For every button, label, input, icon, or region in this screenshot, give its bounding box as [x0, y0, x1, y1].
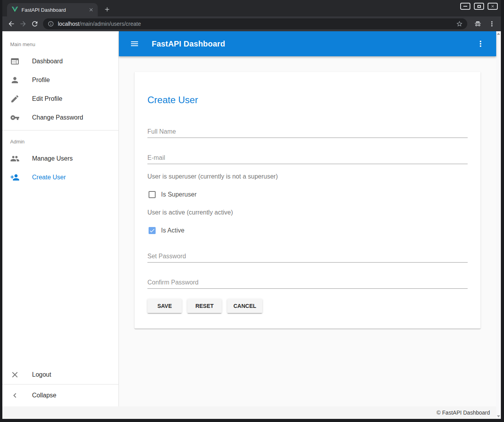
tab-close-icon[interactable]	[88, 6, 95, 13]
form-actions: SAVE RESET CANCEL	[147, 299, 468, 313]
chevron-left-icon	[10, 391, 20, 400]
new-tab-button[interactable]	[102, 4, 113, 15]
checkbox-label: Is Active	[161, 227, 185, 234]
dashboard-icon	[10, 57, 20, 66]
sidebar-item-change-password[interactable]: Change Password	[2, 108, 118, 127]
sidebar-item-manage-users[interactable]: Manage Users	[2, 149, 118, 168]
is-superuser-checkbox-row[interactable]: Is Superuser	[147, 190, 468, 199]
save-button[interactable]: SAVE	[147, 299, 182, 313]
sidebar-item-label: Profile	[32, 77, 50, 84]
kebab-menu-icon[interactable]	[486, 18, 498, 30]
sidebar-item-label: Logout	[32, 371, 51, 378]
footer: © FastAPI Dashboard	[2, 406, 496, 419]
create-user-card: Create User User is superuser (currently…	[135, 72, 481, 329]
browser-window: FastAPI Dashboard	[2, 0, 501, 419]
sidebar-bottom: Logout Collapse	[2, 365, 118, 406]
incognito-icon	[472, 18, 484, 30]
key-icon	[10, 113, 20, 122]
address-bar[interactable]: localhost/main/admin/users/create	[43, 18, 467, 29]
checkbox-label: Is Superuser	[161, 191, 197, 198]
page: Main menu Dashboard Profile	[2, 31, 501, 419]
vue-logo-icon	[12, 7, 18, 13]
sidebar-section-header: Admin	[2, 134, 118, 149]
maximize-icon[interactable]	[474, 3, 484, 10]
content: Create User User is superuser (currently…	[119, 56, 496, 406]
sidebar-item-label: Collapse	[32, 392, 56, 399]
pencil-icon	[10, 94, 20, 104]
active-caption: User is active (currently active)	[147, 208, 468, 217]
sidebar-item-dashboard[interactable]: Dashboard	[2, 52, 118, 71]
sidebar-item-label: Manage Users	[32, 155, 73, 162]
reset-button[interactable]: RESET	[187, 299, 222, 313]
url-text: localhost/main/admin/users/create	[58, 21, 455, 27]
sidebar-item-logout[interactable]: Logout	[2, 365, 118, 384]
url-host: localhost	[58, 21, 79, 27]
superuser-caption: User is superuser (currently is not a su…	[147, 172, 468, 181]
sidebar-item-collapse[interactable]: Collapse	[2, 386, 118, 405]
person-add-icon	[10, 173, 20, 182]
cancel-button[interactable]: CANCEL	[227, 299, 262, 313]
person-icon	[10, 75, 20, 85]
set-password-input[interactable]	[147, 250, 468, 263]
sidebar-item-edit-profile[interactable]: Edit Profile	[2, 89, 118, 108]
email-field	[147, 152, 468, 164]
minimize-icon[interactable]	[460, 3, 470, 10]
full-name-field	[147, 126, 468, 138]
close-icon[interactable]	[488, 3, 498, 10]
sidebar-item-label: Create User	[32, 174, 66, 181]
star-icon[interactable]	[455, 19, 464, 29]
kebab-menu-icon[interactable]	[471, 34, 490, 53]
copyright-text: © FastAPI Dashboard	[437, 409, 490, 416]
people-icon	[10, 154, 20, 163]
full-name-input[interactable]	[147, 126, 468, 138]
scroll-up-arrow-icon[interactable]	[497, 33, 500, 35]
main-area: FastAPI Dashboard Create User	[119, 31, 496, 406]
page-title: Create User	[147, 94, 468, 106]
confirm-password-input[interactable]	[147, 277, 468, 289]
set-password-field	[147, 250, 468, 263]
browser-tab[interactable]: FastAPI Dashboard	[7, 3, 98, 16]
sidebar-item-label: Change Password	[32, 114, 83, 121]
sidebar-item-label: Dashboard	[32, 58, 63, 65]
url-path: /main/admin/users/create	[79, 21, 141, 27]
tab-title: FastAPI Dashboard	[22, 7, 88, 13]
window-controls	[460, 3, 498, 10]
is-active-checkbox-row[interactable]: Is Active	[147, 226, 468, 235]
tab-strip: FastAPI Dashboard	[2, 0, 501, 16]
scrollbar[interactable]	[496, 31, 501, 419]
browser-toolbar: localhost/main/admin/users/create	[2, 16, 501, 31]
arrow-back-icon[interactable]	[5, 18, 17, 30]
scroll-down-arrow-icon[interactable]	[497, 415, 500, 417]
sidebar-item-label: Edit Profile	[32, 95, 62, 102]
checkbox-unchecked-icon[interactable]	[149, 191, 156, 198]
confirm-password-field	[147, 277, 468, 289]
arrow-forward-icon[interactable]	[17, 18, 29, 30]
appbar-title: FastAPI Dashboard	[152, 39, 225, 48]
close-icon	[10, 370, 20, 379]
refresh-icon[interactable]	[29, 18, 41, 30]
info-icon[interactable]	[48, 21, 54, 27]
app-bar: FastAPI Dashboard	[119, 31, 496, 56]
sidebar-section-header: Main menu	[2, 36, 118, 52]
sidebar-divider	[2, 130, 118, 131]
sidebar-item-create-user[interactable]: Create User	[2, 168, 118, 187]
sidebar: Main menu Dashboard Profile	[2, 31, 119, 406]
sidebar-divider	[2, 384, 118, 384]
email-input[interactable]	[147, 152, 468, 164]
checkbox-checked-icon[interactable]	[149, 227, 156, 234]
sidebar-item-profile[interactable]: Profile	[2, 71, 118, 89]
hamburger-icon[interactable]	[125, 34, 144, 53]
